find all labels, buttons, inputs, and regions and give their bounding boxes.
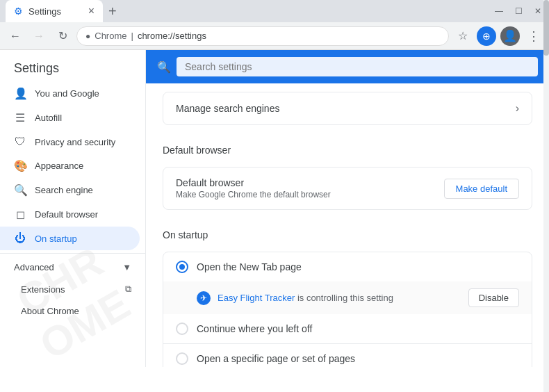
sidebar-item-privacy[interactable]: 🛡 Privacy and security — [0, 130, 140, 154]
on-startup-section-title: On startup — [163, 218, 532, 243]
minimize-button[interactable]: — — [493, 6, 505, 16]
default-browser-text: Default browser Make Google Chrome the d… — [176, 177, 331, 199]
manage-search-engines-arrow: › — [516, 102, 519, 115]
make-default-button[interactable]: Make default — [444, 179, 519, 199]
search-icon: 🔍 — [157, 60, 171, 74]
sidebar-item-extensions[interactable]: Extensions ⧉ — [0, 278, 145, 300]
extensions-external-icon: ⧉ — [125, 284, 131, 295]
sidebar-label-autofill: Autofill — [35, 113, 62, 123]
manage-search-engines-label: Manage search engines — [176, 103, 279, 114]
radio-label-new-tab: Open the New Tab page — [197, 261, 302, 272]
site-name: Chrome — [95, 31, 126, 41]
default-browser-title: Default browser — [176, 177, 331, 188]
appearance-icon: 🎨 — [14, 159, 26, 172]
on-startup-icon: ⏻ — [14, 232, 26, 245]
manage-search-engines-row[interactable]: Manage search engines › — [163, 92, 532, 124]
you-and-google-icon: 👤 — [14, 87, 26, 100]
extension-icon: ✈ — [197, 291, 211, 305]
menu-button[interactable]: ⋮ — [524, 26, 543, 46]
navigation-bar: ← → ↻ ● Chrome | chrome://settings ☆ ⊕ 👤… — [0, 22, 549, 50]
sidebar-label-search-engine: Search engine — [35, 185, 93, 195]
search-engine-icon: 🔍 — [14, 183, 26, 197]
radio-circle-continue — [176, 322, 188, 335]
sidebar-label-privacy: Privacy and security — [35, 137, 115, 147]
radio-option-new-tab[interactable]: Open the New Tab page — [163, 252, 532, 281]
sidebar-item-you-and-google[interactable]: 👤 You and Google — [0, 81, 140, 106]
tab-close-btn[interactable]: × — [88, 5, 95, 17]
radio-option-continue[interactable]: Continue where you left off — [163, 314, 532, 343]
sidebar-item-autofill[interactable]: ☰ Autofill — [0, 106, 140, 130]
extensions-button[interactable]: ⊕ — [477, 26, 496, 46]
sidebar-label-default-browser: Default browser — [35, 209, 98, 220]
sidebar-item-appearance[interactable]: 🎨 Appearance — [0, 154, 140, 178]
radio-label-continue: Continue where you left off — [197, 323, 312, 334]
default-browser-subtitle: Make Google Chrome the default browser — [176, 190, 331, 199]
title-bar: ⚙ Settings × + — ☐ ✕ — [0, 0, 549, 22]
close-button[interactable]: ✕ — [532, 6, 543, 16]
nav-right-icons: ☆ ⊕ 👤 ⋮ — [453, 26, 543, 46]
extensions-label: Extensions — [21, 284, 65, 295]
tab-favicon: ⚙ — [14, 6, 23, 17]
url-separator: | — [131, 31, 133, 41]
disable-extension-button[interactable]: Disable — [468, 288, 519, 307]
sidebar-item-search-engine[interactable]: 🔍 Search engine — [0, 178, 140, 202]
window-controls: — ☐ ✕ — [493, 6, 543, 16]
sidebar-item-on-startup[interactable]: ⏻ On startup — [0, 227, 140, 250]
on-startup-card: Open the New Tab page ✈ Easy Flight Trac… — [163, 252, 532, 367]
site-info-icon: ● — [85, 31, 90, 41]
scrollbar-track[interactable] — [543, 0, 549, 392]
default-browser-row: Default browser Make Google Chrome the d… — [163, 168, 532, 209]
address-bar[interactable]: ● Chrome | chrome://settings — [76, 26, 449, 46]
back-button[interactable]: ← — [6, 26, 25, 46]
extension-text: Easy Flight Tracker is controlling this … — [218, 293, 461, 303]
default-browser-section-title: Default browser — [163, 133, 532, 158]
forward-button[interactable]: → — [29, 26, 49, 46]
radio-option-specific-page[interactable]: Open a specific page or set of pages — [163, 343, 532, 367]
sidebar-label-on-startup: On startup — [35, 234, 77, 244]
default-browser-icon: ◻ — [14, 208, 26, 221]
sidebar-item-about-chrome[interactable]: About Chrome — [0, 300, 145, 322]
sidebar-item-default-browser[interactable]: ◻ Default browser — [0, 202, 140, 227]
extension-suffix: is controlling this setting — [295, 293, 393, 303]
content-area: 🔍 Manage search engines › Default browse… — [146, 50, 549, 367]
account-button[interactable]: 👤 — [500, 26, 520, 46]
bookmark-button[interactable]: ☆ — [453, 26, 473, 46]
sidebar: Settings 👤 You and Google ☰ Autofill 🛡 P… — [0, 50, 146, 367]
scrollbar-thumb[interactable] — [543, 0, 549, 56]
refresh-button[interactable]: ↻ — [53, 26, 72, 46]
sidebar-title: Settings — [0, 50, 145, 81]
content-inner: Manage search engines › Default browser … — [146, 92, 549, 367]
advanced-arrow-icon: ▼ — [122, 262, 131, 272]
about-chrome-label: About Chrome — [21, 306, 79, 316]
manage-search-engines-card: Manage search engines › — [163, 92, 532, 125]
extension-notice-row: ✈ Easy Flight Tracker is controlling thi… — [163, 281, 532, 314]
main-layout: Settings 👤 You and Google ☰ Autofill 🛡 P… — [0, 50, 549, 367]
browser-tab[interactable]: ⚙ Settings × — [6, 0, 103, 22]
search-bar: 🔍 — [146, 50, 549, 83]
search-input[interactable] — [177, 57, 538, 76]
default-browser-card: Default browser Make Google Chrome the d… — [163, 167, 532, 210]
sidebar-advanced-toggle[interactable]: Advanced ▼ — [0, 256, 145, 278]
maximize-button[interactable]: ☐ — [513, 6, 524, 16]
sidebar-divider — [0, 253, 145, 254]
advanced-label: Advanced — [14, 262, 54, 272]
autofill-icon: ☰ — [14, 111, 26, 124]
extension-link[interactable]: Easy Flight Tracker — [218, 293, 295, 303]
radio-circle-specific-page — [176, 352, 188, 365]
sidebar-label-you-and-google: You and Google — [35, 88, 99, 99]
radio-label-specific-page: Open a specific page or set of pages — [197, 353, 355, 364]
tab-title: Settings — [28, 6, 61, 17]
url-text: chrome://settings — [138, 31, 206, 41]
sidebar-label-appearance: Appearance — [35, 161, 83, 171]
radio-circle-new-tab — [176, 261, 188, 273]
new-tab-button[interactable]: + — [106, 1, 120, 22]
privacy-icon: 🛡 — [14, 136, 26, 148]
